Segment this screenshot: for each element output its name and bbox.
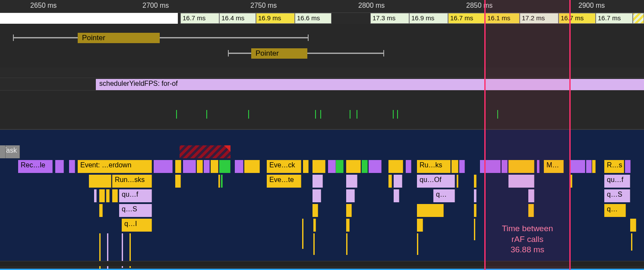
flame-entry[interactable] [592,160,596,173]
flame-entry[interactable] [94,175,111,188]
flame-entry[interactable] [537,160,540,173]
flame-entry[interactable] [394,175,402,188]
flame-entry[interactable] [336,160,344,173]
flame-entry[interactable]: q…I [122,219,152,232]
flame-entry[interactable]: qu…f [604,175,630,188]
flame-entry[interactable] [417,219,423,232]
flame-entry[interactable] [94,189,97,202]
mark-tick[interactable] [248,110,249,119]
frame-partial-chip[interactable] [633,13,644,24]
flame-entry[interactable]: q…S [119,204,152,217]
flame-entry[interactable] [313,189,321,202]
flame-entry[interactable] [106,189,110,202]
frame-duration-chip[interactable]: 16.4 ms [219,13,256,24]
task-block[interactable] [0,145,6,158]
flame-entry[interactable] [394,189,399,202]
flame-entry[interactable] [313,204,318,217]
flame-entry[interactable] [154,160,173,173]
main-thread-track[interactable]: TaskTaskTaskTaskTaskTaskTaskTaskT…T…Task… [0,129,644,263]
flame-entry[interactable] [313,160,325,173]
frame-duration-chip[interactable]: 17.2 ms [520,13,559,24]
user-timing-bar[interactable]: schedulerYieldFPS: for-of [96,79,644,90]
mark-tick[interactable] [497,110,498,119]
frame-duration-chip[interactable]: 16.7 ms [559,13,596,24]
mark-tick[interactable] [315,110,316,119]
flame-entry[interactable]: Ru…ks [417,160,451,173]
flame-entry[interactable] [112,189,118,202]
flame-entry[interactable] [313,175,323,188]
frame-duration-chip[interactable]: 16.9 ms [409,13,448,24]
flame-entry[interactable] [570,160,585,173]
flame-entry[interactable]: q…S [604,189,630,202]
flame-entry[interactable] [55,160,64,173]
flame-entry[interactable] [630,219,636,232]
frame-duration-chip[interactable]: 16.9 ms [256,13,295,24]
flame-entry[interactable]: Rec…le [18,160,53,173]
frame-duration-chip[interactable]: 16.7 ms [448,13,485,24]
flame-entry[interactable] [235,160,243,173]
flame-entry[interactable] [175,175,181,188]
flame-entry[interactable]: R…s [604,160,624,173]
flame-entry[interactable]: Eve…te [267,175,301,188]
frame-duration-chip[interactable]: 16.6 ms [295,13,331,24]
flame-entry[interactable] [586,160,592,173]
flame-entry[interactable] [474,175,477,188]
flame-entry[interactable] [328,160,336,173]
flame-entry[interactable]: M… [544,160,564,173]
flame-entry[interactable] [457,175,458,188]
flame-entry[interactable] [183,160,196,173]
flame-entry[interactable] [451,160,458,173]
flame-entry[interactable] [369,160,382,173]
flame-entry[interactable] [417,204,444,217]
timings-track[interactable]: schedulerYieldFPS: for-of [0,78,644,91]
flame-entry[interactable]: q… [433,189,455,202]
frame-duration-chip[interactable]: 16.7 ms [180,13,219,24]
flame-entry[interactable] [362,160,368,173]
flame-entry[interactable] [625,160,631,173]
flame-entry[interactable] [346,204,352,217]
interaction-label[interactable]: Pointer [78,33,160,43]
frame-duration-chip[interactable]: 16.7 ms [596,13,633,24]
flame-entry[interactable] [175,160,181,173]
flame-entry[interactable]: Run…sks [112,175,152,188]
flame-entry[interactable] [197,160,203,173]
interaction-label[interactable]: Pointer [251,48,307,59]
mark-tick[interactable] [357,110,357,119]
flame-entry[interactable] [218,175,220,188]
frames-track[interactable]: 16.7 ms16.4 ms16.9 ms16.6 ms17.3 ms16.9 … [0,13,644,24]
mark-tick[interactable] [393,110,394,119]
flame-entry[interactable] [303,160,309,173]
time-ruler[interactable]: 2650 ms2700 ms2750 ms2800 ms2850 ms2900 … [0,0,644,13]
flame-entry[interactable] [474,189,477,202]
flame-entry[interactable] [221,175,223,188]
frame-duration-chip[interactable]: 17.3 ms [370,13,409,24]
flame-entry[interactable] [219,160,230,173]
flame-entry[interactable] [508,160,534,173]
flame-entry[interactable] [99,189,105,202]
flame-entry[interactable] [502,160,508,173]
flame-entry[interactable] [388,160,403,173]
flame-entry[interactable]: Event: …erdown [78,160,152,173]
flame-entry[interactable]: qu…Of [417,175,455,188]
flame-entry[interactable] [346,189,355,202]
flame-entry[interactable] [406,160,411,173]
flame-entry[interactable] [346,219,350,232]
flame-entry[interactable] [459,160,465,173]
flame-entry[interactable] [346,175,357,188]
flame-entry[interactable] [474,204,477,217]
mark-tick[interactable] [206,110,207,119]
flame-entry[interactable] [211,160,218,173]
flame-entry[interactable] [388,175,392,188]
flame-entry[interactable]: qu…f [119,189,152,202]
flame-entry[interactable] [244,160,260,173]
flame-entry[interactable]: Eve…ck [267,160,301,173]
flame-entry[interactable] [508,175,534,188]
flame-entry[interactable] [346,160,361,173]
interactions-track[interactable]: PointerPointer [0,24,644,67]
flame-entry[interactable]: q… [604,204,626,217]
marks-track[interactable] [0,91,644,129]
interaction-bar[interactable] [13,37,309,38]
flame-entry[interactable] [528,189,534,202]
mark-tick[interactable] [350,110,350,119]
frame-screenshot[interactable] [0,13,178,24]
